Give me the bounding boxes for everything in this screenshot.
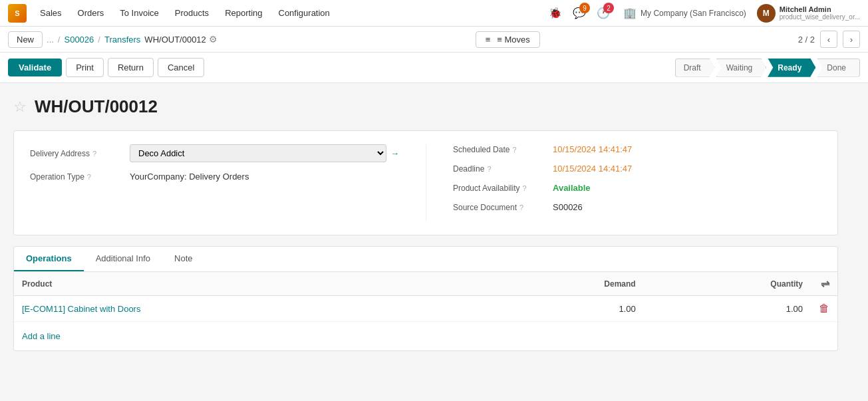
- status-ready[interactable]: Ready: [768, 59, 815, 77]
- scheduled-date-row: Scheduled Date ? 10/15/2024 14:41:47: [453, 144, 821, 154]
- messages-icon-btn[interactable]: 💬 9: [570, 4, 589, 22]
- status-draft[interactable]: Draft: [675, 59, 715, 77]
- status-pipeline: Draft Waiting Ready Done: [675, 59, 860, 77]
- app-logo[interactable]: S: [8, 4, 27, 23]
- status-waiting[interactable]: Waiting: [716, 59, 767, 77]
- form-header: ☆ WH/OUT/00012: [13, 96, 838, 117]
- operation-type-help-icon[interactable]: ?: [87, 173, 91, 181]
- pager: 2 / 2 ‹ ›: [798, 31, 860, 48]
- operation-type-row: Operation Type ? YourCompany: Delivery O…: [30, 172, 399, 182]
- pager-next-button[interactable]: ›: [843, 31, 860, 48]
- scheduled-date-help-icon[interactable]: ?: [512, 146, 516, 154]
- nav-item-reporting[interactable]: Reporting: [217, 0, 270, 27]
- user-subtitle: product_wise_delivery_or...: [780, 13, 860, 21]
- tabs-header: Operations Additional Info Note: [14, 247, 837, 272]
- add-line-container: Add a line: [14, 322, 837, 350]
- tab-operations[interactable]: Operations: [14, 247, 84, 271]
- table-row: [E-COM11] Cabinet with Doors 1.00 1.00 🗑: [14, 296, 837, 322]
- delete-row-button[interactable]: 🗑: [819, 303, 829, 315]
- operations-table: Product Demand Quantity ⇌ [E-COM11] Cabi…: [14, 272, 837, 322]
- pager-prev-button[interactable]: ‹: [820, 31, 837, 48]
- tabs-container: Operations Additional Info Note Product …: [13, 246, 838, 351]
- breadcrumb-sep-2: /: [98, 35, 100, 45]
- activities-badge: 2: [603, 3, 614, 13]
- user-menu[interactable]: M Mitchell Admin product_wise_delivery_o…: [757, 4, 860, 23]
- top-navigation: S Sales Orders To Invoice Products Repor…: [0, 0, 868, 27]
- quantity-cell[interactable]: 1.00: [644, 296, 811, 322]
- print-button[interactable]: Print: [66, 58, 104, 77]
- cancel-button[interactable]: Cancel: [158, 58, 204, 77]
- new-button[interactable]: New: [8, 31, 43, 48]
- nav-item-orders[interactable]: Orders: [70, 0, 112, 27]
- moves-label: ≡ Moves: [497, 35, 530, 45]
- breadcrumb-current: WH/OUT/00012 ⚙: [144, 34, 217, 45]
- action-bar: Validate Print Return Cancel Draft Waiti…: [0, 53, 868, 83]
- logo-text: S: [15, 9, 19, 17]
- col-demand-header: Demand: [480, 272, 644, 296]
- return-button[interactable]: Return: [108, 58, 154, 77]
- table-header-row: Product Demand Quantity ⇌: [14, 272, 837, 296]
- breadcrumb-link-s00026[interactable]: S00026: [64, 35, 94, 45]
- messages-badge: 9: [579, 3, 590, 13]
- pipeline-steps: Draft Waiting Ready Done: [675, 59, 860, 77]
- col-actions-header: ⇌: [811, 272, 837, 296]
- nav-item-products[interactable]: Products: [167, 0, 217, 27]
- deadline-value[interactable]: 10/15/2024 14:41:47: [553, 164, 821, 174]
- form-right-fields: Scheduled Date ? 10/15/2024 14:41:47 Dea…: [426, 144, 821, 221]
- validate-button[interactable]: Validate: [8, 59, 62, 76]
- gear-icon[interactable]: ⚙: [209, 34, 217, 45]
- moves-button[interactable]: ≡ ≡ Moves: [476, 31, 540, 48]
- status-done[interactable]: Done: [817, 59, 860, 77]
- activities-icon-btn[interactable]: 🕐 2: [594, 4, 613, 22]
- operation-type-value: YourCompany: Delivery Orders: [130, 172, 399, 182]
- product-availability-label: Product Availability ?: [453, 184, 553, 193]
- settings-icon[interactable]: ⇌: [821, 278, 829, 289]
- source-document-label: Source Document ?: [453, 203, 553, 212]
- source-document-value: S00026: [553, 202, 821, 212]
- col-product-header: Product: [14, 272, 480, 296]
- breadcrumb-dots[interactable]: ...: [47, 35, 54, 45]
- company-selector[interactable]: 🏢 My Company (San Francisco): [618, 7, 752, 19]
- deadline-help-icon[interactable]: ?: [487, 165, 491, 173]
- product-availability-help-icon[interactable]: ?: [523, 184, 527, 192]
- company-name: My Company (San Francisco): [641, 9, 746, 18]
- user-name: Mitchell Admin: [780, 5, 860, 13]
- form-fields: Delivery Address ? Deco Addict → Operati…: [13, 130, 838, 235]
- demand-cell: 1.00: [480, 296, 644, 322]
- product-availability-value: Available: [553, 183, 821, 193]
- avatar: M: [757, 4, 776, 23]
- nav-item-to-invoice[interactable]: To Invoice: [112, 0, 167, 27]
- deadline-row: Deadline ? 10/15/2024 14:41:47: [453, 164, 821, 174]
- favorite-star-icon[interactable]: ☆: [13, 98, 27, 116]
- product-cell: [E-COM11] Cabinet with Doors: [14, 296, 480, 322]
- scheduled-date-value[interactable]: 10/15/2024 14:41:47: [553, 144, 821, 154]
- nav-right-section: 🐞 💬 9 🕐 2 🏢 My Company (San Francisco) M…: [546, 4, 860, 23]
- product-link[interactable]: [E-COM11] Cabinet with Doors: [22, 304, 140, 314]
- tab-note[interactable]: Note: [162, 247, 204, 271]
- moves-icon: ≡: [486, 35, 491, 45]
- nav-item-configuration[interactable]: Configuration: [271, 0, 338, 27]
- delivery-address-value[interactable]: Deco Addict →: [130, 144, 399, 162]
- source-document-row: Source Document ? S00026: [453, 202, 821, 212]
- current-record: WH/OUT/00012: [144, 35, 206, 45]
- nav-item-sales[interactable]: Sales: [32, 0, 70, 27]
- main-content: ☆ WH/OUT/00012 Delivery Address ? Deco A…: [0, 83, 851, 364]
- delivery-address-help-icon[interactable]: ?: [92, 150, 96, 158]
- product-availability-row: Product Availability ? Available: [453, 183, 821, 193]
- delivery-address-arrow-icon[interactable]: →: [390, 148, 399, 158]
- scheduled-date-label: Scheduled Date ?: [453, 145, 553, 154]
- bug-icon-btn[interactable]: 🐞: [546, 4, 565, 22]
- breadcrumb-sep-1: /: [58, 35, 61, 45]
- operation-type-label: Operation Type ?: [30, 172, 130, 182]
- add-line-button[interactable]: Add a line: [14, 326, 69, 346]
- source-document-help-icon[interactable]: ?: [519, 203, 523, 211]
- delivery-address-select[interactable]: Deco Addict: [130, 144, 386, 162]
- delivery-address-label: Delivery Address ?: [30, 149, 130, 158]
- tab-additional-info[interactable]: Additional Info: [84, 247, 162, 271]
- form-title: WH/OUT/00012: [35, 96, 158, 117]
- table-container: Product Demand Quantity ⇌ [E-COM11] Cabi…: [14, 272, 837, 350]
- delivery-address-row: Delivery Address ? Deco Addict →: [30, 144, 399, 162]
- user-details: Mitchell Admin product_wise_delivery_or.…: [780, 5, 860, 21]
- breadcrumb-link-transfers[interactable]: Transfers: [104, 35, 140, 45]
- breadcrumb-bar: New ... / S00026 / Transfers WH/OUT/0001…: [0, 27, 868, 53]
